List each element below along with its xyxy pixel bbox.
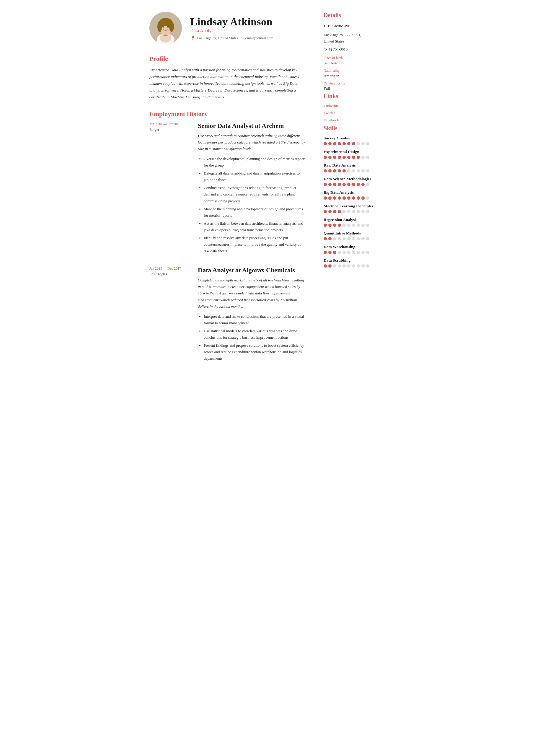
skill-dot: [357, 196, 360, 200]
pin-icon: 📍: [190, 36, 195, 41]
skill-dots: [324, 196, 385, 200]
skill-dot: [333, 169, 336, 173]
skill-dot: [357, 237, 360, 240]
skill-dot: [361, 251, 365, 254]
skill-dot: [361, 183, 365, 186]
pob-label: Place of birth: [324, 56, 385, 60]
job-location: Los Angeles: [150, 272, 191, 276]
svg-point-6: [157, 21, 162, 32]
skill-dot: [366, 224, 369, 227]
svg-point-8: [162, 26, 164, 28]
skill-dot: [324, 237, 327, 240]
skill-dot: [343, 196, 346, 200]
skill-dot: [347, 251, 351, 254]
skill-item: Data Scrubbing: [324, 258, 385, 267]
candidate-name: Lindsay Atkinson: [190, 16, 273, 28]
skill-name: Big Data Analysis: [324, 190, 385, 195]
skill-dots: [324, 183, 385, 186]
skill-dot: [338, 237, 341, 240]
resume-container: Lindsay Atkinson Data Analyst 📍 Los Ange…: [135, 0, 400, 756]
job-bullet: Use statistical models to correlate vari…: [204, 328, 306, 341]
job-content: Data Analyst at Algorax Chemicals Comple…: [198, 266, 306, 363]
skill-dot: [366, 142, 369, 145]
skill-dot: [324, 224, 327, 227]
skill-dot: [333, 251, 336, 254]
job-bullet: Interpret data and make conclusions that…: [204, 313, 306, 326]
details-section: Details 1515 Pacific Ave Los Angeles, CA…: [324, 12, 385, 91]
skill-dot: [324, 210, 327, 213]
profile-title: Profile: [150, 55, 306, 63]
links-container: LinkedinTwitterFacebook: [324, 104, 385, 123]
skill-dot: [333, 183, 336, 186]
skill-dot: [361, 210, 365, 213]
job-entry: Jan 2018 — Present Borger Senior Data An…: [150, 122, 306, 256]
skill-dot: [338, 169, 341, 173]
skill-dot: [343, 142, 346, 145]
skill-dot: [352, 196, 355, 200]
skill-dot: [347, 210, 351, 213]
left-column: Lindsay Atkinson Data Analyst 📍 Los Ange…: [135, 0, 318, 756]
skill-dot: [352, 142, 355, 145]
job-bullet: Identify and resolve any data processing…: [204, 235, 306, 254]
job-content: Senior Data Analyst at Archem Use SPSS a…: [198, 122, 306, 256]
skill-dot: [333, 237, 336, 240]
skill-dot: [366, 264, 369, 267]
skill-dot: [366, 155, 369, 159]
header-location: 📍 Los Angeles, United States: [190, 36, 238, 41]
pob-value: San Antonio: [324, 61, 385, 66]
job-bullet: Manage the planning and development of d…: [204, 206, 306, 219]
skill-dot: [347, 142, 351, 145]
skill-dot: [328, 169, 331, 173]
profile-section: Profile Experienced Data Analyst with a …: [150, 55, 306, 101]
header-contact: 📍 Los Angeles, United States email@email…: [190, 36, 273, 41]
skill-dot: [357, 264, 360, 267]
skill-dot: [343, 237, 346, 240]
skills-title: Skills: [324, 125, 385, 132]
skill-dot: [328, 210, 331, 213]
skill-name: Raw Data Analysis: [324, 163, 385, 168]
skill-dot: [324, 196, 327, 200]
skill-dot: [347, 155, 351, 159]
skill-dot: [338, 264, 341, 267]
skill-dot: [366, 251, 369, 254]
job-date-col: Jan 2015 — Dec 2017 Los Angeles: [150, 266, 191, 363]
skill-name: Experimental Design: [324, 150, 385, 154]
skill-dot: [352, 251, 355, 254]
job-date-col: Jan 2018 — Present Borger: [150, 122, 191, 256]
skill-dot: [338, 210, 341, 213]
driving-value: Full: [324, 86, 385, 91]
skill-dot: [328, 224, 331, 227]
skill-dot: [357, 142, 360, 145]
skill-dots: [324, 251, 385, 254]
job-bullets-list: Interpret data and make conclusions that…: [198, 313, 306, 362]
skill-dot: [361, 142, 365, 145]
skill-item: Raw Data Analysis: [324, 163, 385, 173]
address-line1: 1515 Pacific Ave: [324, 23, 385, 29]
skill-dot: [343, 264, 346, 267]
link-item[interactable]: Twitter: [324, 111, 385, 116]
skill-dot: [366, 169, 369, 173]
skill-dot: [338, 251, 341, 254]
skill-dot: [352, 224, 355, 227]
skill-dot: [347, 169, 351, 173]
address-line2: Los Angeles, CA 90291, United States: [324, 32, 385, 44]
svg-point-7: [169, 21, 174, 32]
skill-dot: [352, 237, 355, 240]
skill-name: Survey Creation: [324, 136, 385, 141]
jobs-container: Jan 2018 — Present Borger Senior Data An…: [150, 122, 306, 364]
skill-name: Data Science Methodologies: [324, 177, 385, 181]
skill-dot: [333, 210, 336, 213]
skill-item: Machine Learning Principles: [324, 204, 385, 213]
skill-dot: [328, 155, 331, 159]
skill-dot: [357, 183, 360, 186]
skill-dot: [333, 264, 336, 267]
svg-point-9: [167, 26, 169, 28]
job-summary: Completed an in-depth market analysis of…: [198, 277, 306, 310]
link-item[interactable]: Facebook: [324, 118, 385, 123]
driving-label: Driving license: [324, 81, 385, 86]
job-title: Data Analyst at Algorax Chemicals: [198, 266, 306, 274]
skills-container: Survey Creation Experimental Design Raw …: [324, 136, 385, 267]
link-item[interactable]: Linkedin: [324, 104, 385, 108]
skill-dot: [347, 224, 351, 227]
skill-item: Data Science Methodologies: [324, 177, 385, 186]
